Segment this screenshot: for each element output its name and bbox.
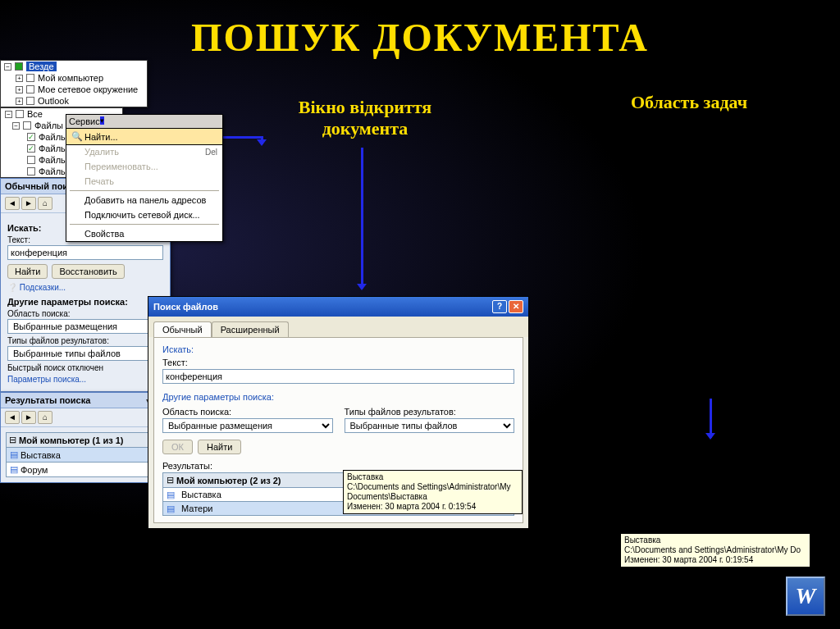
search-dialog: Поиск файлов ? ✕ Обычный Расширенный Иск… — [148, 296, 529, 529]
arrow-from-menu — [221, 136, 262, 139]
nav-back-icon[interactable]: ◄ — [5, 197, 20, 210]
find-button[interactable]: Найти — [198, 440, 241, 454]
arrow-from-menu2 — [261, 136, 263, 144]
tab-basic[interactable]: Обычный — [153, 321, 212, 337]
menu-item-map-drive[interactable]: Подключить сетевой диск... — [66, 207, 222, 222]
tree-node-root[interactable]: −Везде — [1, 61, 147, 72]
menu-item-rename: Переименовать... — [66, 159, 222, 174]
separator — [70, 190, 219, 191]
label-scope: Область поиска: — [162, 407, 333, 417]
caption-open-window: Вікно відкриття документа — [258, 97, 472, 139]
result-row[interactable]: ▤Выставка▾ — [6, 448, 163, 463]
results-header: ⊟Мой компьютер (1 из 1) — [6, 432, 163, 448]
dialog-titlebar[interactable]: Поиск файлов ? ✕ — [148, 297, 528, 317]
menu-item-print: Печать — [66, 174, 222, 189]
arrow-to-dialog — [361, 148, 363, 289]
label-text: Текст: — [162, 358, 514, 367]
help-button[interactable]: ? — [492, 300, 507, 313]
tooltip: Выставка C:\Documents and Settings\Admin… — [620, 533, 810, 567]
results-titlebar[interactable]: Результаты поиска ▾ ✕ — [1, 393, 168, 408]
restore-button[interactable]: Восстановить — [52, 264, 124, 279]
scope-tree-popup: −Везде +Мой компьютер +Мое сетевое окруж… — [0, 60, 148, 107]
search-text-input[interactable] — [7, 245, 163, 260]
result-row[interactable]: ▤Форум — [6, 463, 163, 477]
find-button[interactable]: Найти — [7, 264, 48, 279]
word-doc-icon: ▤ — [10, 449, 18, 460]
arrow-to-results — [710, 399, 712, 438]
menu-item-find[interactable]: 🔍Найти... — [66, 128, 223, 145]
results-title: Результаты поиска — [5, 395, 144, 405]
tree-node[interactable]: +Мое сетевое окружение — [1, 84, 147, 95]
slide-title: ПОШУК ДОКУМЕНТА — [0, 0, 840, 60]
menu-item-properties[interactable]: Свойства — [66, 226, 222, 241]
caption-task-area: Область задач — [574, 92, 804, 113]
tooltip: Выставка C:\Documents and Settings\Admin… — [343, 470, 523, 514]
search-icon: 🔍 — [71, 131, 84, 142]
nav-home-icon[interactable]: ⌂ — [38, 197, 52, 210]
word-doc-icon: ▤ — [167, 504, 178, 513]
nav-home-icon[interactable]: ⌂ — [38, 411, 52, 424]
results-pane: Результаты поиска ▾ ✕ ◄ ► ⌂ ⊟Мой компьют… — [0, 392, 169, 483]
search-options-link[interactable]: Параметры поиска... — [7, 375, 163, 384]
cursor-icon: ↖ — [696, 508, 706, 524]
nav-fwd-icon[interactable]: ► — [21, 411, 36, 424]
tree-node[interactable]: +Мой компьютер — [1, 72, 147, 84]
label-types: Типы файлов результатов: — [7, 336, 163, 345]
dialog-title: Поиск файлов — [153, 302, 491, 312]
separator — [70, 224, 219, 225]
ms-word-icon: W — [786, 577, 825, 616]
tree-node[interactable]: +Outlook — [1, 95, 147, 107]
section-other: Другие параметры поиска: — [162, 392, 514, 402]
context-menu: Сервис ▾ 🔍Найти... УдалитьDel Переименов… — [66, 114, 223, 242]
section-other: Другие параметры поиска: — [7, 297, 163, 307]
label-types: Типы файлов результатов: — [345, 407, 515, 417]
word-doc-icon: ▤ — [10, 464, 18, 475]
scope-select[interactable]: Выбранные размещения — [162, 418, 333, 433]
section-search: Искать: — [162, 344, 514, 354]
menu-item-add-address[interactable]: Добавить на панель адресов — [66, 193, 222, 207]
types-select[interactable]: Выбранные типы файлов — [345, 418, 515, 433]
search-text-input[interactable] — [162, 369, 514, 384]
context-menu-header[interactable]: Сервис ▾ — [66, 115, 222, 129]
scope-select[interactable]: Выбранные размещения — [7, 319, 163, 334]
close-button[interactable]: ✕ — [509, 300, 523, 313]
hints-link[interactable]: ❔ Подсказки... — [7, 283, 163, 292]
nav-fwd-icon[interactable]: ► — [21, 197, 36, 210]
cancel-button[interactable]: ОК — [162, 440, 193, 454]
menu-item-delete: УдалитьDel — [66, 144, 222, 159]
word-doc-icon: ▤ — [167, 490, 178, 499]
tab-advanced[interactable]: Расширенный — [212, 321, 289, 337]
nav-back-icon[interactable]: ◄ — [5, 411, 20, 424]
note-fastsearch: Быстрый поиск отключен — [7, 363, 163, 372]
label-scope: Область поиска: — [7, 309, 163, 318]
types-select[interactable]: Выбранные типы файлов — [7, 346, 163, 361]
